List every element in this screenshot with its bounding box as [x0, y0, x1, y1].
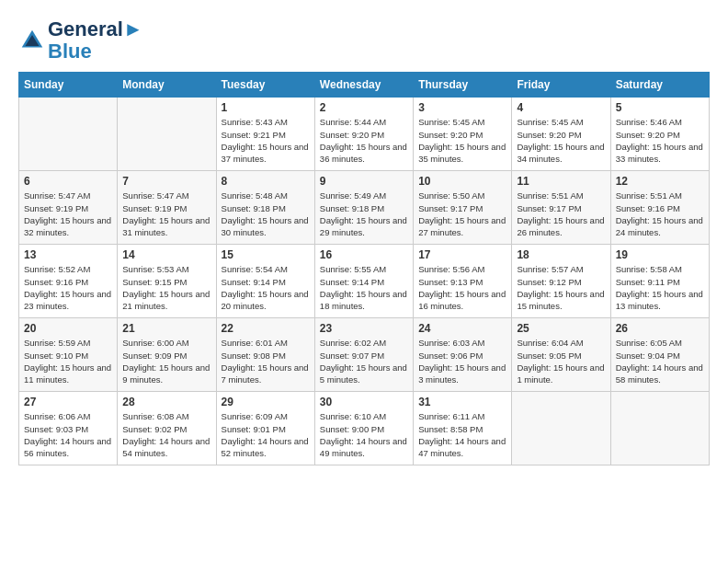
- day-cell: 4Sunrise: 5:45 AMSunset: 9:20 PMDaylight…: [512, 98, 610, 171]
- day-cell: 27Sunrise: 6:06 AMSunset: 9:03 PMDayligh…: [19, 392, 118, 465]
- logo-icon: [18, 27, 46, 54]
- day-cell: 23Sunrise: 6:02 AMSunset: 9:07 PMDayligh…: [314, 318, 413, 392]
- day-cell: 16Sunrise: 5:55 AMSunset: 9:14 PMDayligh…: [314, 245, 413, 318]
- header-row: SundayMondayTuesdayWednesdayThursdayFrid…: [19, 73, 710, 98]
- day-info: Sunrise: 6:06 AMSunset: 9:03 PMDaylight:…: [24, 410, 112, 459]
- day-cell: 17Sunrise: 5:56 AMSunset: 9:13 PMDayligh…: [414, 245, 512, 318]
- day-number: 27: [24, 396, 112, 408]
- day-number: 16: [320, 248, 408, 261]
- day-number: 29: [222, 396, 310, 408]
- day-number: 7: [122, 175, 210, 188]
- day-info: Sunrise: 5:48 AMSunset: 9:18 PMDaylight:…: [222, 190, 310, 238]
- day-info: Sunrise: 5:51 AMSunset: 9:17 PMDaylight:…: [517, 190, 605, 238]
- day-cell: 28Sunrise: 6:08 AMSunset: 9:02 PMDayligh…: [118, 392, 216, 465]
- day-info: Sunrise: 5:58 AMSunset: 9:11 PMDaylight:…: [616, 263, 704, 312]
- day-cell: 25Sunrise: 6:04 AMSunset: 9:05 PMDayligh…: [512, 318, 610, 392]
- day-cell: 21Sunrise: 6:00 AMSunset: 9:09 PMDayligh…: [118, 318, 216, 392]
- day-cell: 22Sunrise: 6:01 AMSunset: 9:08 PMDayligh…: [216, 318, 314, 392]
- day-cell: [610, 392, 709, 465]
- day-info: Sunrise: 5:47 AMSunset: 9:19 PMDaylight:…: [24, 190, 112, 238]
- day-number: 24: [418, 322, 506, 335]
- day-cell: 8Sunrise: 5:48 AMSunset: 9:18 PMDaylight…: [216, 171, 314, 245]
- day-cell: 12Sunrise: 5:51 AMSunset: 9:16 PMDayligh…: [610, 171, 709, 245]
- day-number: 10: [418, 175, 506, 188]
- day-info: Sunrise: 5:43 AMSunset: 9:21 PMDaylight:…: [222, 116, 310, 165]
- day-number: 14: [122, 248, 210, 261]
- day-cell: 11Sunrise: 5:51 AMSunset: 9:17 PMDayligh…: [512, 171, 610, 245]
- day-cell: 7Sunrise: 5:47 AMSunset: 9:19 PMDaylight…: [118, 171, 216, 245]
- day-number: 28: [122, 396, 210, 408]
- week-row-3: 13Sunrise: 5:52 AMSunset: 9:16 PMDayligh…: [19, 245, 710, 318]
- day-cell: 3Sunrise: 5:45 AMSunset: 9:20 PMDaylight…: [414, 98, 512, 171]
- day-info: Sunrise: 6:04 AMSunset: 9:05 PMDaylight:…: [517, 337, 605, 385]
- day-cell: 5Sunrise: 5:46 AMSunset: 9:20 PMDaylight…: [610, 98, 709, 171]
- day-info: Sunrise: 5:44 AMSunset: 9:20 PMDaylight:…: [320, 116, 408, 165]
- day-number: 31: [418, 396, 506, 408]
- day-number: 12: [616, 175, 704, 188]
- day-number: 6: [24, 175, 112, 188]
- day-number: 20: [24, 322, 112, 335]
- day-cell: 30Sunrise: 6:10 AMSunset: 9:00 PMDayligh…: [314, 392, 413, 465]
- day-cell: 15Sunrise: 5:54 AMSunset: 9:14 PMDayligh…: [216, 245, 314, 318]
- day-info: Sunrise: 6:01 AMSunset: 9:08 PMDaylight:…: [222, 337, 310, 385]
- day-number: 3: [418, 101, 506, 114]
- day-number: 9: [320, 175, 408, 188]
- day-info: Sunrise: 5:50 AMSunset: 9:17 PMDaylight:…: [418, 190, 506, 238]
- day-cell: 19Sunrise: 5:58 AMSunset: 9:11 PMDayligh…: [610, 245, 709, 318]
- day-cell: [512, 392, 610, 465]
- day-info: Sunrise: 5:56 AMSunset: 9:13 PMDaylight:…: [418, 263, 506, 312]
- day-cell: 14Sunrise: 5:53 AMSunset: 9:15 PMDayligh…: [118, 245, 216, 318]
- day-info: Sunrise: 5:45 AMSunset: 9:20 PMDaylight:…: [517, 116, 605, 165]
- day-info: Sunrise: 5:55 AMSunset: 9:14 PMDaylight:…: [320, 263, 408, 312]
- week-row-1: 1Sunrise: 5:43 AMSunset: 9:21 PMDaylight…: [19, 98, 710, 171]
- day-info: Sunrise: 5:54 AMSunset: 9:14 PMDaylight:…: [222, 263, 310, 312]
- col-header-saturday: Saturday: [610, 73, 709, 98]
- logo-text: General► Blue: [48, 18, 143, 63]
- page-header: General► Blue: [18, 18, 710, 63]
- col-header-wednesday: Wednesday: [314, 73, 413, 98]
- day-info: Sunrise: 6:09 AMSunset: 9:01 PMDaylight:…: [222, 410, 310, 459]
- col-header-monday: Monday: [118, 73, 216, 98]
- day-info: Sunrise: 6:10 AMSunset: 9:00 PMDaylight:…: [320, 410, 408, 459]
- day-number: 15: [222, 248, 310, 261]
- day-info: Sunrise: 5:57 AMSunset: 9:12 PMDaylight:…: [517, 263, 605, 312]
- day-number: 18: [517, 248, 605, 261]
- day-info: Sunrise: 5:51 AMSunset: 9:16 PMDaylight:…: [616, 190, 704, 238]
- day-cell: 24Sunrise: 6:03 AMSunset: 9:06 PMDayligh…: [414, 318, 512, 392]
- day-cell: 10Sunrise: 5:50 AMSunset: 9:17 PMDayligh…: [414, 171, 512, 245]
- day-number: 8: [222, 175, 310, 188]
- day-info: Sunrise: 5:59 AMSunset: 9:10 PMDaylight:…: [24, 337, 112, 385]
- day-info: Sunrise: 5:52 AMSunset: 9:16 PMDaylight:…: [24, 263, 112, 312]
- day-cell: 26Sunrise: 6:05 AMSunset: 9:04 PMDayligh…: [610, 318, 709, 392]
- day-cell: 31Sunrise: 6:11 AMSunset: 8:58 PMDayligh…: [414, 392, 512, 465]
- day-number: 19: [616, 248, 704, 261]
- week-row-4: 20Sunrise: 5:59 AMSunset: 9:10 PMDayligh…: [19, 318, 710, 392]
- day-cell: 1Sunrise: 5:43 AMSunset: 9:21 PMDaylight…: [216, 98, 314, 171]
- day-info: Sunrise: 6:03 AMSunset: 9:06 PMDaylight:…: [418, 337, 506, 385]
- day-number: 5: [616, 101, 704, 114]
- day-info: Sunrise: 5:47 AMSunset: 9:19 PMDaylight:…: [122, 190, 210, 238]
- day-number: 4: [517, 101, 605, 114]
- col-header-friday: Friday: [512, 73, 610, 98]
- day-number: 13: [24, 248, 112, 261]
- day-cell: 18Sunrise: 5:57 AMSunset: 9:12 PMDayligh…: [512, 245, 610, 318]
- calendar-table: SundayMondayTuesdayWednesdayThursdayFrid…: [18, 72, 710, 465]
- day-number: 26: [616, 322, 704, 335]
- day-info: Sunrise: 6:05 AMSunset: 9:04 PMDaylight:…: [616, 337, 704, 385]
- week-row-2: 6Sunrise: 5:47 AMSunset: 9:19 PMDaylight…: [19, 171, 710, 245]
- day-number: 17: [418, 248, 506, 261]
- day-info: Sunrise: 6:08 AMSunset: 9:02 PMDaylight:…: [122, 410, 210, 459]
- col-header-thursday: Thursday: [414, 73, 512, 98]
- day-info: Sunrise: 6:02 AMSunset: 9:07 PMDaylight:…: [320, 337, 408, 385]
- day-cell: 9Sunrise: 5:49 AMSunset: 9:18 PMDaylight…: [314, 171, 413, 245]
- day-info: Sunrise: 5:45 AMSunset: 9:20 PMDaylight:…: [418, 116, 506, 165]
- col-header-tuesday: Tuesday: [216, 73, 314, 98]
- day-info: Sunrise: 6:00 AMSunset: 9:09 PMDaylight:…: [122, 337, 210, 385]
- day-number: 21: [122, 322, 210, 335]
- logo: General► Blue: [18, 18, 143, 63]
- day-number: 2: [320, 101, 408, 114]
- calendar-header: SundayMondayTuesdayWednesdayThursdayFrid…: [19, 73, 710, 98]
- day-number: 11: [517, 175, 605, 188]
- day-number: 22: [222, 322, 310, 335]
- day-cell: 20Sunrise: 5:59 AMSunset: 9:10 PMDayligh…: [19, 318, 118, 392]
